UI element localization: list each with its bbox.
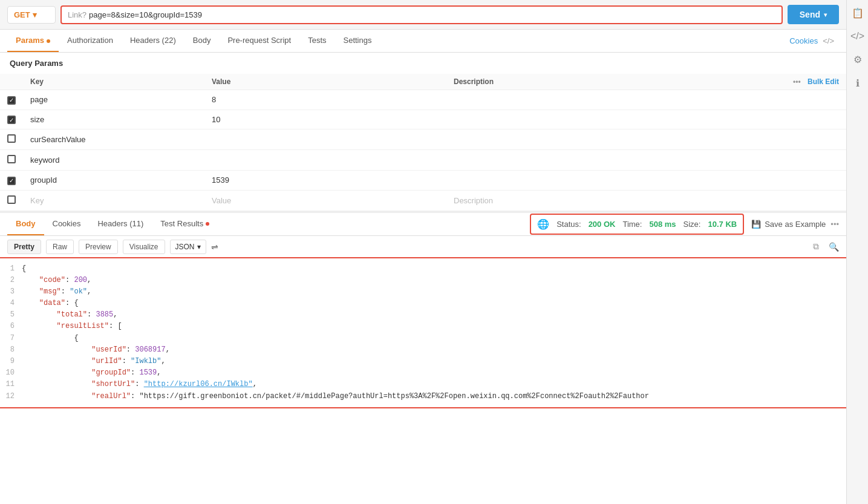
col-description: Description [446,74,774,90]
main-layout: GET ▾ Link?page=8&size=10&groupId=1539 S… [0,0,868,504]
line-number: 9 [0,356,22,367]
response-right-area: 🌐 Status: 200 OK Time: 508 ms Size: 10.7… [530,214,839,235]
line-content: "shortUrl": "http://kzurl06.cn/IWklb", [22,379,257,390]
format-visualize[interactable]: Visualize [123,240,165,254]
line-number: 10 [0,367,22,379]
row-description[interactable] [446,90,774,110]
row-checkbox[interactable]: ✓ [7,116,16,124]
right-sidebar: 📋 </> ⚙ ℹ [846,0,868,504]
row-description[interactable] [446,171,774,191]
line-number: 7 [0,333,22,344]
code-line: 5 "total": 3885, [0,309,846,321]
tab-tests[interactable]: Tests [299,30,334,52]
format-preview[interactable]: Preview [79,240,118,254]
line-number: 8 [0,344,22,356]
size-label: Size: [684,220,701,229]
tab-settings[interactable]: Settings [335,30,380,52]
format-pretty[interactable]: Pretty [7,240,41,254]
status-size: 10.7 KB [708,220,737,229]
params-table: Key Value Description ••• Bulk Edit [0,74,846,211]
tab-params[interactable]: Params [7,30,59,52]
line-number: 4 [0,298,22,309]
tab-authorization[interactable]: Authorization [59,30,122,52]
url-prefix: Link? [68,10,86,19]
line-content: "urlId": "Iwklb", [22,356,166,367]
method-select[interactable]: GET ▾ [7,6,56,24]
col-checkbox [0,74,23,90]
response-tab-body[interactable]: Body [7,213,44,235]
code-line: 7 { [0,333,846,344]
status-code: 200 OK [589,220,616,229]
row-checkbox[interactable]: ✓ [7,96,16,105]
more-icon[interactable]: ••• [793,77,801,86]
time-label: Time: [622,220,642,229]
response-tab-test-results[interactable]: Test Results [152,213,218,235]
row-description[interactable] [446,110,774,129]
response-more-icon[interactable]: ••• [830,220,839,229]
line-content: "msg": "ok", [22,286,91,298]
tab-pre-request[interactable]: Pre-request Script [219,30,299,52]
response-container: Body Cookies Headers (11) Test Results 🌐… [0,211,846,407]
json-chevron-icon: ▾ [197,243,201,251]
tab-body[interactable]: Body [184,30,220,52]
col-actions: ••• Bulk Edit [774,74,846,90]
send-label: Send [800,10,820,19]
format-raw[interactable]: Raw [46,240,74,254]
info-icon[interactable]: ℹ [856,77,860,89]
row-key[interactable]: groupId [23,171,204,191]
response-tabs-bar: Body Cookies Headers (11) Test Results 🌐… [0,213,846,236]
format-bar: Pretty Raw Preview Visualize JSON ▾ ⇌ ⧉ … [0,236,846,258]
row-key[interactable]: curSearchValue [23,129,204,150]
row-description[interactable] [446,129,774,150]
params-row: keyword [0,150,846,171]
row-checkbox[interactable]: ✓ [7,177,16,185]
row-key[interactable]: keyword [23,150,204,171]
tab-headers[interactable]: Headers (22) [122,30,184,52]
bulk-edit-button[interactable]: Bulk Edit [808,77,839,86]
params-row: ✓ groupId 1539 [0,171,846,191]
params-row: ✓ page 8 [0,90,846,110]
new-row-key[interactable]: Key [23,190,204,211]
line-number: 6 [0,321,22,332]
code-line: 1 { [0,263,846,275]
row-key[interactable]: page [23,90,204,110]
row-value[interactable]: 10 [204,110,446,129]
code-line: 2 "code": 200, [0,275,846,286]
search-icon[interactable]: 🔍 [829,242,839,252]
content-area: GET ▾ Link?page=8&size=10&groupId=1539 S… [0,0,846,504]
response-tab-headers[interactable]: Headers (11) [89,213,152,235]
line-content: { [22,333,79,344]
status-time: 508 ms [649,220,676,229]
doc-icon[interactable]: 📋 [852,7,864,19]
gear-icon[interactable]: ⚙ [853,54,862,65]
row-key[interactable]: size [23,110,204,129]
row-checkbox-cell [0,129,23,150]
row-value[interactable]: 1539 [204,171,446,191]
row-value[interactable] [204,129,446,150]
new-row-value[interactable]: Value [204,190,446,211]
url-bar[interactable]: Link?page=8&size=10&groupId=1539 [60,5,783,24]
row-description[interactable] [446,150,774,171]
line-number: 5 [0,309,22,321]
cookies-link[interactable]: Cookies [789,30,818,51]
row-value[interactable] [204,150,446,171]
save-as-example-button[interactable]: 💾 Save as Example [751,220,826,229]
code-line: 9 "urlId": "Iwklb", [0,356,846,367]
row-checkbox[interactable] [7,155,16,163]
request-tabs-bar: Params Authorization Headers (22) Body P… [0,30,846,53]
top-bar: GET ▾ Link?page=8&size=10&groupId=1539 S… [0,0,846,30]
new-row-checkbox[interactable] [7,195,16,204]
row-checkbox[interactable] [7,134,16,143]
response-tab-cookies[interactable]: Cookies [44,213,90,235]
send-chevron-icon: ▾ [824,11,827,18]
row-value[interactable]: 8 [204,90,446,110]
copy-icon[interactable]: ⧉ [813,241,819,252]
code-slash-icon[interactable]: </> [850,31,864,42]
json-type-select[interactable]: JSON ▾ [170,240,206,254]
new-row-description[interactable]: Description [446,190,774,211]
row-checkbox-cell: ✓ [0,171,23,191]
filter-icon[interactable]: ⇌ [211,242,218,252]
code-toggle-icon[interactable]: </> [818,30,839,51]
row-checkbox-cell [0,150,23,171]
send-button[interactable]: Send ▾ [788,5,839,24]
